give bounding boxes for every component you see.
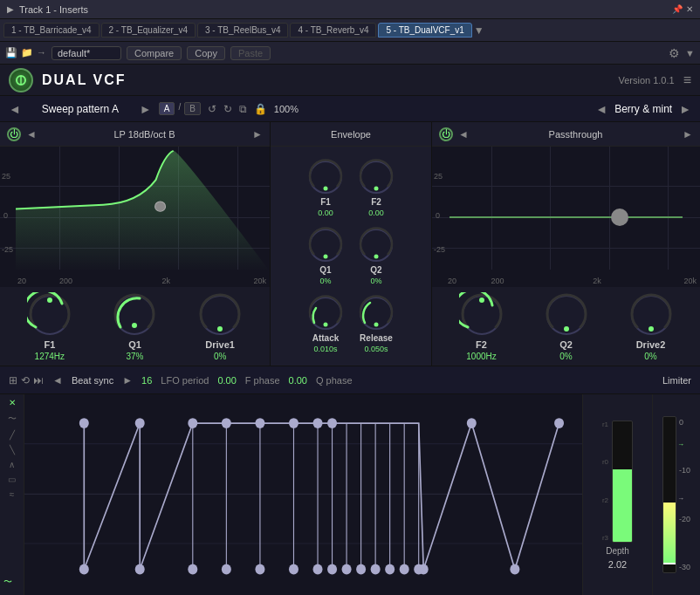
- svg-point-42[interactable]: [188, 564, 197, 575]
- pattern-ab-a[interactable]: A: [159, 102, 175, 115]
- passthrough-prev-icon[interactable]: ◄: [458, 128, 469, 140]
- lfo-beat-sync[interactable]: Beat sync: [72, 375, 113, 386]
- svg-point-44[interactable]: [255, 564, 264, 575]
- lfo-type-x[interactable]: ✕: [9, 398, 16, 407]
- lfo-type-triangle[interactable]: ∧: [9, 460, 15, 469]
- lfo-point-4[interactable]: [135, 564, 145, 575]
- filter1-drive1-knob[interactable]: [197, 292, 243, 338]
- plugin-tab-5[interactable]: 5 - TB_DualVCF_v1: [378, 23, 471, 38]
- lfo-point-12[interactable]: [467, 418, 477, 428]
- gear-icon[interactable]: ⚙: [669, 46, 680, 60]
- svg-point-53[interactable]: [414, 564, 423, 575]
- lfo-point-2[interactable]: [79, 564, 89, 575]
- svg-point-47[interactable]: [327, 564, 337, 575]
- meter-label-10: -10: [679, 466, 690, 475]
- svg-point-50[interactable]: [371, 564, 381, 575]
- filter1-q1-knob[interactable]: [112, 292, 157, 338]
- save-icon[interactable]: 💾: [5, 47, 17, 58]
- pattern-name[interactable]: Sweep pattern A: [28, 103, 133, 115]
- pattern-next-icon[interactable]: ►: [140, 102, 152, 116]
- pass-grid-v3: [609, 147, 610, 270]
- envelope-q2-knob[interactable]: [358, 227, 395, 263]
- lfo-point-1[interactable]: [79, 418, 89, 428]
- lfo-qphase-label: Q phase: [316, 375, 353, 386]
- lfo-beat-next-icon[interactable]: ►: [122, 374, 133, 386]
- passthrough-f2-knob[interactable]: [459, 292, 504, 338]
- copy-button[interactable]: Copy: [187, 46, 225, 60]
- envelope-attack-knob[interactable]: [307, 295, 344, 332]
- passthrough-drive2-knob-container: Drive2 0%: [628, 292, 674, 361]
- envelope-f1-knob[interactable]: [307, 159, 344, 195]
- version-label: Version 1.0.1: [618, 75, 674, 85]
- preset-right-next-icon[interactable]: ►: [679, 102, 691, 116]
- plugin-tab-4[interactable]: 4 - TB_Reverb_v4: [290, 23, 376, 38]
- lfo-point-14[interactable]: [554, 418, 564, 428]
- menu-icon[interactable]: ≡: [683, 72, 691, 88]
- lfo-type-saw-down[interactable]: ╲: [10, 445, 15, 455]
- preset-right-prev-icon[interactable]: ◄: [595, 102, 607, 116]
- redo-icon[interactable]: ↻: [223, 103, 232, 115]
- svg-point-51[interactable]: [385, 564, 395, 575]
- svg-point-48[interactable]: [342, 564, 352, 575]
- plugin-tab-1[interactable]: 1 - TB_Barricade_v4: [3, 23, 100, 38]
- passthrough-drive2-knob[interactable]: [628, 292, 674, 338]
- envelope-release-knob[interactable]: [358, 295, 395, 332]
- svg-point-52[interactable]: [400, 564, 409, 575]
- passthrough-f2-knob-container: F2 1000Hz: [459, 292, 504, 361]
- svg-point-46[interactable]: [313, 564, 323, 575]
- plugin-tab-2[interactable]: 2 - TB_Equalizer_v4: [101, 23, 196, 38]
- paste-button[interactable]: Paste: [230, 46, 271, 60]
- filter1-next-icon[interactable]: ►: [252, 128, 263, 140]
- passthrough-slider[interactable]: [611, 209, 628, 226]
- lock-icon[interactable]: 🔒: [254, 103, 267, 115]
- graph-y-label-0: 0: [3, 211, 8, 220]
- undo-icon[interactable]: ↺: [208, 103, 216, 115]
- plugin-tab-3[interactable]: 3 - TB_ReelBus_v4: [197, 23, 289, 38]
- filter1-drive1-value: 0%: [214, 352, 226, 361]
- arrow-icon[interactable]: →: [37, 47, 46, 58]
- pin-button[interactable]: 📌: [672, 4, 683, 14]
- preset-right-name[interactable]: Berry & mint: [614, 103, 672, 115]
- lfo-wave-area: [24, 394, 582, 595]
- lfo-loop-icon[interactable]: ⟲: [21, 374, 30, 386]
- lfo-type-sine[interactable]: 〜: [8, 413, 17, 425]
- compare-button[interactable]: Compare: [127, 46, 182, 60]
- filter1-graph: 25 0 -25 20 200 2k 20k: [0, 147, 270, 287]
- filter1-drag-point[interactable]: [155, 202, 166, 211]
- passthrough-next-icon[interactable]: ►: [683, 128, 693, 140]
- filter1-power-button[interactable]: ⏻: [7, 127, 21, 141]
- svg-point-45[interactable]: [289, 564, 299, 575]
- envelope-release-value: 0.050s: [364, 345, 388, 353]
- svg-point-17: [324, 323, 328, 327]
- lfo-point-13[interactable]: [510, 564, 519, 575]
- envelope-f2-knob[interactable]: [358, 159, 395, 195]
- plugin-tab-dropdown[interactable]: ▼: [474, 24, 484, 37]
- lfo-skip-icon[interactable]: ⏭: [33, 374, 44, 386]
- folder-icon[interactable]: 📁: [21, 47, 33, 58]
- lfo-type-square[interactable]: ▭: [8, 475, 16, 484]
- meter-label-0: 0: [679, 418, 690, 427]
- filter1-f1-knob[interactable]: [27, 292, 72, 338]
- pattern-prev-icon[interactable]: ◄: [9, 102, 21, 116]
- graph-x-label-200: 200: [59, 277, 72, 285]
- lfo-type-custom[interactable]: ≈: [10, 489, 15, 499]
- pattern-ab-b[interactable]: B: [184, 102, 201, 115]
- filter1-prev-icon[interactable]: ◄: [26, 128, 37, 140]
- expand-icon[interactable]: ▼: [685, 48, 695, 58]
- passthrough-q2-knob[interactable]: [544, 292, 589, 338]
- lfo-beat-prev-icon[interactable]: ◄: [52, 374, 63, 386]
- lfo-point-3[interactable]: [135, 418, 145, 428]
- depth-bar[interactable]: [612, 421, 633, 543]
- lfo-grid-icon[interactable]: ⊞: [9, 374, 17, 386]
- envelope-q1-knob[interactable]: [307, 227, 344, 263]
- preset-name[interactable]: default*: [51, 46, 121, 60]
- passthrough-power-button[interactable]: ⏻: [439, 127, 453, 141]
- envelope-q1-label: Q1: [319, 265, 331, 275]
- svg-point-49[interactable]: [356, 564, 366, 575]
- close-button[interactable]: ✕: [686, 4, 693, 14]
- meter-label-30: -30: [679, 563, 690, 571]
- svg-point-43[interactable]: [222, 564, 231, 575]
- zoom-level[interactable]: 100%: [274, 104, 299, 114]
- copy-pattern-icon[interactable]: ⧉: [239, 103, 247, 115]
- lfo-type-saw-up[interactable]: ╱: [10, 430, 15, 440]
